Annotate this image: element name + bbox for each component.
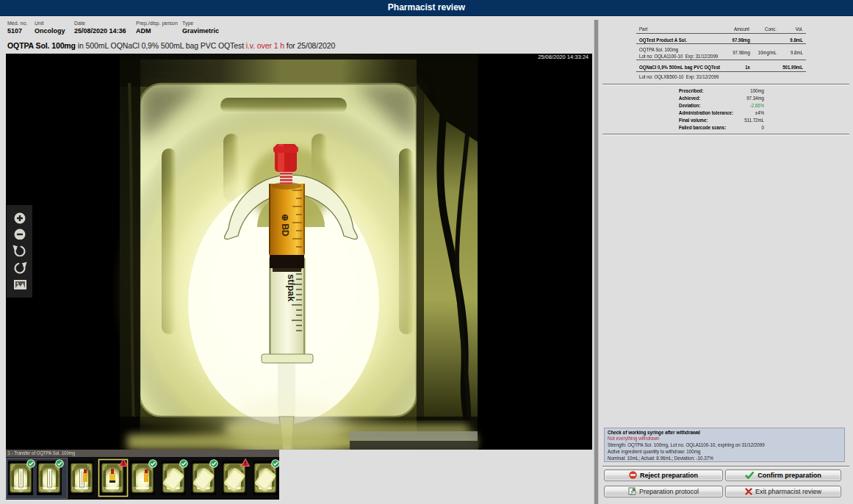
svg-text:⊕ BD: ⊕ BD [280, 214, 290, 237]
svg-text:stipak: stipak [286, 274, 297, 302]
